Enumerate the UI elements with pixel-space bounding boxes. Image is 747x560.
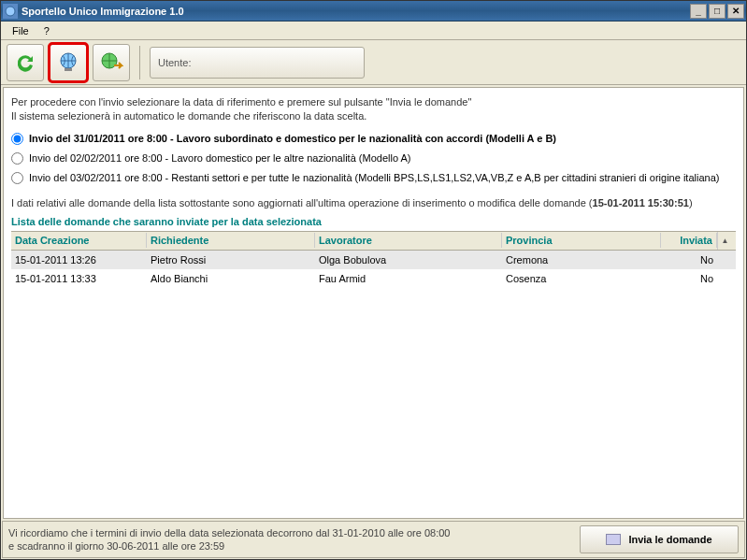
cell-data-creazione: 15-01-2011 13:26: [11, 252, 147, 267]
note-timestamp: 15-01-2011 15:30:51: [593, 197, 689, 208]
footer-reminder: Vi ricordiamo che i termini di invio del…: [8, 526, 570, 553]
col-richiedente[interactable]: Richiedente: [147, 233, 315, 248]
cell-lavoratore: Olga Bobulova: [315, 252, 502, 267]
refresh-button[interactable]: [7, 44, 44, 81]
world-send-button[interactable]: [93, 44, 130, 81]
menu-help[interactable]: ?: [36, 23, 57, 38]
requests-table: Data Creazione Richiedente Lavoratore Pr…: [11, 231, 736, 288]
toolbar: Utente:: [1, 40, 746, 85]
footer-bar: Vi ricordiamo che i termini di invio del…: [2, 521, 745, 558]
col-lavoratore[interactable]: Lavoratore: [315, 233, 502, 248]
cell-provincia: Cremona: [502, 252, 661, 267]
col-inviata[interactable]: Inviata: [661, 233, 717, 248]
instructions: Per procedere con l'invio selezionare la…: [11, 95, 736, 123]
title-bar: Sportello Unico Immigrazione 1.0 _ □ ✕: [1, 1, 746, 22]
table-row[interactable]: 15-01-2011 13:26 Pietro Rossi Olga Bobul…: [11, 251, 736, 269]
col-provincia[interactable]: Provincia: [502, 233, 661, 248]
option-radio-0[interactable]: [11, 133, 23, 145]
note-prefix: I dati relativi alle domande della lista…: [11, 197, 593, 208]
cell-richiedente: Aldo Bianchi: [147, 271, 315, 286]
menu-file[interactable]: File: [5, 23, 36, 38]
option-row-2[interactable]: Invio del 03/02/2011 ore 8:00 - Restanti…: [11, 168, 736, 188]
scroll-up-icon[interactable]: ▲: [717, 232, 732, 250]
instruction-line-1: Per procedere con l'invio selezionare la…: [11, 95, 736, 109]
option-radio-2[interactable]: [11, 172, 23, 184]
user-label: Utente:: [158, 57, 191, 68]
option-row-1[interactable]: Invio del 02/02/2011 ore 8:00 - Lavoro d…: [11, 149, 736, 168]
app-icon: [3, 4, 18, 19]
user-field[interactable]: [194, 57, 344, 68]
cell-richiedente: Pietro Rossi: [147, 252, 315, 267]
user-box: Utente:: [150, 47, 365, 79]
cell-inviata: No: [661, 271, 717, 286]
send-icon: [606, 534, 621, 545]
window-buttons: _ □ ✕: [690, 4, 744, 19]
menu-bar: File ?: [1, 22, 746, 40]
cell-inviata: No: [661, 252, 717, 267]
instruction-line-2: Il sistema selezionerà in automatico le …: [11, 109, 736, 123]
option-radio-1[interactable]: [11, 152, 23, 165]
content-panel: Per procedere con l'invio selezionare la…: [3, 87, 744, 519]
svg-point-0: [6, 7, 15, 16]
col-data-creazione[interactable]: Data Creazione: [11, 233, 147, 248]
close-button[interactable]: ✕: [727, 4, 744, 19]
option-label-1: Invio del 02/02/2011 ore 8:00 - Lavoro d…: [29, 152, 410, 164]
reminder-line-1: Vi ricordiamo che i termini di invio del…: [8, 526, 570, 539]
cell-provincia: Cosenza: [502, 271, 661, 286]
update-note: I dati relativi alle domande della lista…: [11, 197, 736, 208]
send-button-label: Invia le domande: [628, 534, 711, 545]
list-title: Lista delle domande che saranno inviate …: [11, 216, 736, 227]
cell-data-creazione: 15-01-2011 13:33: [11, 271, 147, 286]
globe-button[interactable]: [50, 44, 87, 81]
world-send-icon: [99, 50, 123, 75]
table-row[interactable]: 15-01-2011 13:33 Aldo Bianchi Fau Armid …: [11, 269, 736, 288]
cell-lavoratore: Fau Armid: [315, 271, 502, 286]
option-row-0[interactable]: Invio del 31/01/2011 ore 8:00 - Lavoro s…: [11, 129, 736, 149]
refresh-icon: [14, 51, 36, 74]
window-title: Sportello Unico Immigrazione 1.0: [22, 6, 690, 17]
option-label-0: Invio del 31/01/2011 ore 8:00 - Lavoro s…: [29, 133, 556, 144]
minimize-button[interactable]: _: [690, 4, 707, 19]
globe-icon: [56, 50, 80, 75]
maximize-button[interactable]: □: [709, 4, 725, 19]
note-suffix: ): [689, 197, 693, 208]
table-header: Data Creazione Richiedente Lavoratore Pr…: [11, 232, 736, 251]
svg-rect-2: [65, 68, 72, 71]
send-requests-button[interactable]: Invia le domande: [580, 525, 739, 553]
toolbar-divider: [139, 46, 140, 79]
option-label-2: Invio del 03/02/2011 ore 8:00 - Restanti…: [29, 172, 719, 183]
reminder-line-2: e scadranno il giorno 30-06-2011 alle or…: [8, 539, 570, 553]
